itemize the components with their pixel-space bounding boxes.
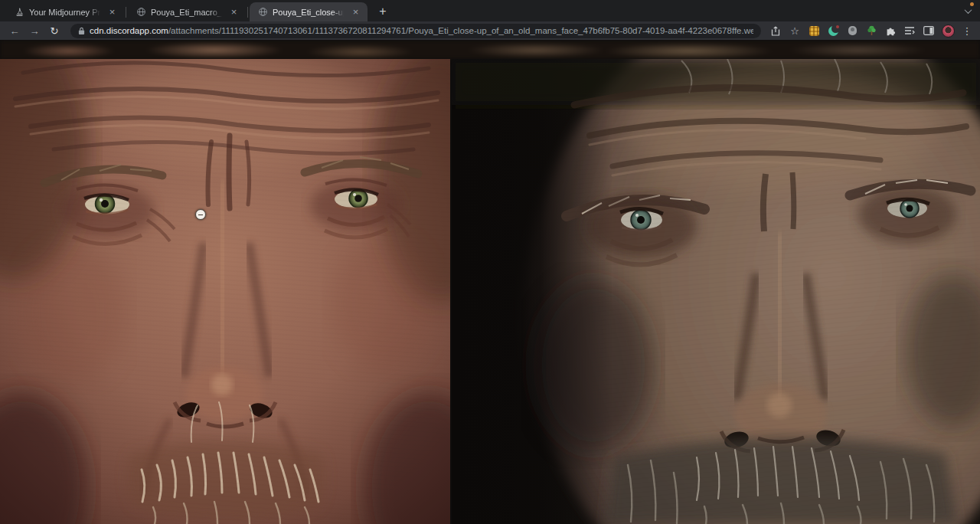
tree-icon bbox=[867, 25, 877, 36]
crescent-moon-glyph bbox=[828, 26, 838, 36]
tab-label: Pouya_Eti_macro_photo_of_a bbox=[151, 8, 224, 17]
side-panel-button[interactable] bbox=[922, 24, 936, 38]
chevron-down-icon bbox=[964, 6, 972, 14]
bookmark-star-button[interactable]: ☆ bbox=[788, 24, 802, 38]
left-portrait-image[interactable] bbox=[0, 59, 450, 524]
image-viewer bbox=[0, 40, 980, 524]
url-domain: cdn.discordapp.com bbox=[90, 26, 168, 35]
profile-avatar[interactable] bbox=[941, 24, 955, 38]
toolbar-actions: ☆ ⋮ bbox=[769, 24, 974, 38]
close-tab-button[interactable]: × bbox=[350, 6, 361, 18]
reading-list-button[interactable] bbox=[903, 24, 916, 38]
browser-menu-button[interactable]: ⋮ bbox=[960, 24, 974, 38]
new-tab-button[interactable]: + bbox=[374, 2, 392, 21]
browser-window: Your Midjourney Profile × Pouya_Eti_macr… bbox=[0, 0, 980, 524]
tab-pouya-eti-macro-photo[interactable]: Pouya_Eti_macro_photo_of_a × bbox=[128, 2, 246, 21]
list-icon bbox=[904, 26, 915, 35]
address-bar[interactable]: cdn.discordapp.com/attachments/111193025… bbox=[70, 24, 761, 38]
yellow-grid-glyph bbox=[809, 26, 819, 36]
tab-your-midjourney-profile[interactable]: Your Midjourney Profile × bbox=[6, 2, 124, 21]
side-panel-icon bbox=[923, 26, 934, 35]
update-notification-dot bbox=[970, 2, 974, 6]
right-portrait-image[interactable] bbox=[452, 59, 980, 524]
zoom-out-cursor-icon bbox=[195, 209, 206, 220]
extensions-puzzle-button[interactable] bbox=[884, 24, 897, 38]
puzzle-icon bbox=[885, 25, 896, 36]
tab-pouya-eti-close-up-active[interactable]: Pouya_Eti_close-up_of_an_ol × bbox=[250, 2, 368, 21]
gray-extension-icon[interactable] bbox=[845, 24, 859, 38]
close-tab-button[interactable]: × bbox=[106, 6, 118, 18]
globe-icon bbox=[136, 7, 146, 18]
share-button[interactable] bbox=[769, 24, 782, 38]
gray-extension-glyph bbox=[848, 26, 857, 35]
tab-label: Your Midjourney Profile bbox=[29, 8, 102, 17]
yellow-grid-extension-icon[interactable] bbox=[807, 24, 821, 38]
crescent-moon-extension-icon[interactable] bbox=[826, 24, 840, 38]
browser-toolbar: ← → ↻ cdn.discordapp.com/attachments/111… bbox=[0, 21, 980, 40]
midjourney-logo-icon bbox=[14, 7, 24, 18]
back-button[interactable]: ← bbox=[6, 23, 23, 38]
image-top-row-strip bbox=[0, 40, 980, 59]
close-tab-button[interactable]: × bbox=[228, 6, 240, 18]
tab-separator bbox=[126, 7, 126, 18]
forward-button[interactable]: → bbox=[26, 23, 43, 38]
tab-separator bbox=[247, 7, 248, 18]
globe-icon bbox=[257, 7, 268, 18]
avatar bbox=[942, 25, 955, 38]
share-icon bbox=[771, 26, 780, 36]
tree-extension-icon[interactable] bbox=[864, 24, 878, 38]
url-path: /attachments/1111930251740713061/1113736… bbox=[168, 26, 753, 35]
padlock-icon bbox=[78, 27, 85, 35]
url-text: cdn.discordapp.com/attachments/111193025… bbox=[90, 26, 753, 35]
tab-label: Pouya_Eti_close-up_of_an_ol bbox=[273, 8, 345, 17]
tab-strip: Your Midjourney Profile × Pouya_Eti_macr… bbox=[0, 0, 980, 21]
reload-button[interactable]: ↻ bbox=[46, 23, 63, 38]
